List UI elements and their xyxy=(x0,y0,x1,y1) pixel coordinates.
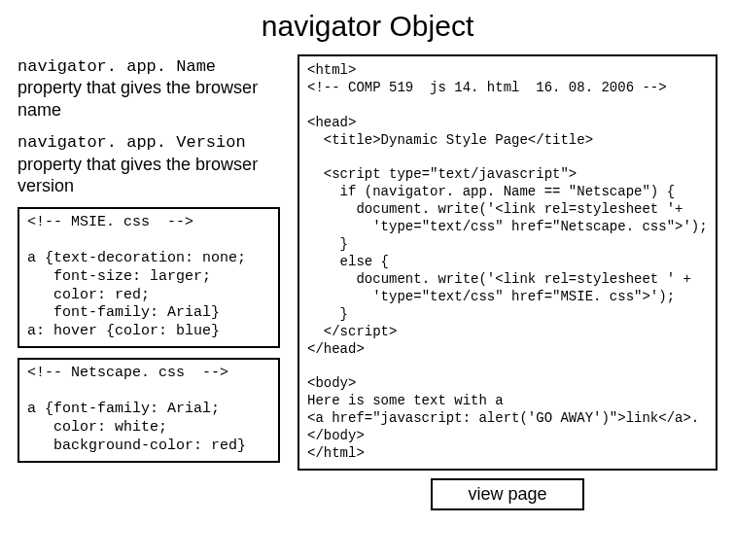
content-row: navigator. app. Name property that gives… xyxy=(0,54,735,510)
view-page-button[interactable]: view page xyxy=(431,478,583,510)
html-code-box: <html> <!-- COMP 519 js 14. html 16. 08.… xyxy=(298,54,718,471)
prop2-name: navigator. app. Version xyxy=(18,133,246,152)
prop1-name: navigator. app. Name xyxy=(18,57,216,76)
css-box-msie: <!-- MSIE. css --> a {text-decoration: n… xyxy=(18,207,280,348)
prop2-desc: property that gives the browser version xyxy=(18,155,258,196)
left-column: navigator. app. Name property that gives… xyxy=(18,54,280,510)
prop1-desc: property that gives the browser name xyxy=(18,78,258,120)
right-column: <html> <!-- COMP 519 js 14. html 16. 08.… xyxy=(298,54,718,510)
page-title: navigator Object xyxy=(0,0,735,43)
css-box-netscape: <!-- Netscape. css --> a {font-family: A… xyxy=(18,358,280,463)
slide: navigator Object navigator. app. Name pr… xyxy=(0,0,735,560)
prop2-block: navigator. app. Version property that gi… xyxy=(18,130,280,196)
prop1-block: navigator. app. Name property that gives… xyxy=(18,54,280,121)
view-button-wrap: view page xyxy=(298,478,718,510)
